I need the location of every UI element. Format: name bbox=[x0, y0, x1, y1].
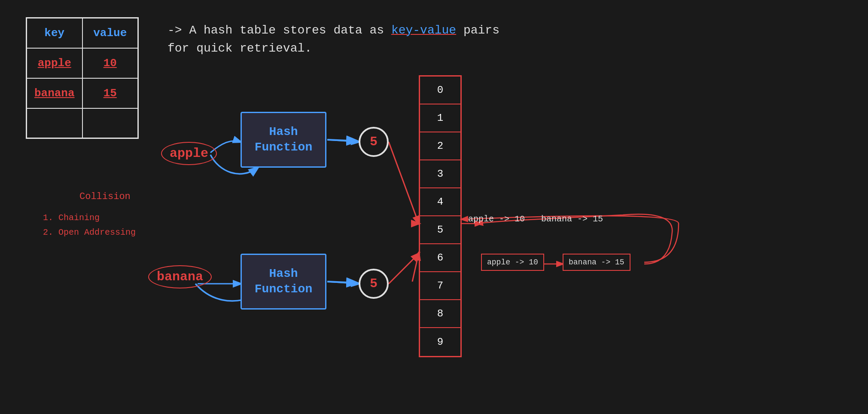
banana-label: banana bbox=[148, 265, 212, 288]
svg-line-3 bbox=[412, 253, 419, 282]
table-row-1-key: apple bbox=[27, 48, 82, 78]
kv-table: key value apple 10 banana 15 bbox=[26, 17, 139, 139]
array-cell-3: 3 bbox=[420, 160, 460, 188]
array-cell-7: 7 bbox=[420, 272, 460, 300]
table-header-val: value bbox=[82, 18, 138, 48]
chain-text-banana: banana -> 15 bbox=[541, 214, 603, 224]
array-cell-5: 5 bbox=[420, 216, 460, 244]
hash-array: 0 1 2 3 4 5 6 7 8 9 bbox=[419, 75, 462, 357]
array-cell-0: 0 bbox=[420, 77, 460, 104]
table-row-3-key bbox=[27, 108, 82, 138]
array-cell-9: 9 bbox=[420, 328, 460, 356]
linked-box-apple: apple -> 10 bbox=[481, 254, 544, 271]
table-row-1-val: 10 bbox=[82, 48, 138, 78]
hash-box-top: HashFunction bbox=[241, 112, 326, 168]
array-cell-8: 8 bbox=[420, 300, 460, 328]
collision-text: Collision bbox=[79, 191, 131, 202]
desc-line1-suffix: pairs bbox=[456, 24, 499, 37]
table-row-2-key: banana bbox=[27, 78, 82, 108]
linked-box-banana: banana -> 15 bbox=[563, 254, 630, 271]
description: -> A hash table stores data as key-value… bbox=[168, 21, 499, 58]
table-header-key: key bbox=[27, 18, 82, 48]
svg-line-0 bbox=[327, 140, 356, 141]
desc-line2: for quick retrieval. bbox=[168, 42, 312, 55]
chain-text-apple: apple -> 10 bbox=[468, 214, 525, 224]
solutions-text: 1. Chaining 2. Open Addressing bbox=[43, 211, 136, 240]
num-circle-top: 5 bbox=[359, 127, 389, 157]
table-row-3-val bbox=[82, 108, 138, 138]
array-cell-2: 2 bbox=[420, 132, 460, 160]
desc-line1-prefix: -> A hash table stores data as bbox=[168, 24, 391, 37]
table-row-2-val: 15 bbox=[82, 78, 138, 108]
desc-kv-highlight: key-value bbox=[391, 24, 456, 37]
array-cell-4: 4 bbox=[420, 188, 460, 216]
solution-1: 1. Chaining bbox=[43, 211, 136, 225]
canvas: key value apple 10 banana 15 -> A hash t… bbox=[0, 0, 868, 414]
apple-label: apple bbox=[161, 142, 217, 165]
num-circle-bottom: 5 bbox=[359, 269, 389, 299]
array-cell-1: 1 bbox=[420, 104, 460, 132]
solution-2: 2. Open Addressing bbox=[43, 225, 136, 240]
hash-box-bottom: HashFunction bbox=[241, 254, 326, 310]
array-cell-6: 6 bbox=[420, 244, 460, 272]
svg-line-1 bbox=[327, 282, 356, 283]
